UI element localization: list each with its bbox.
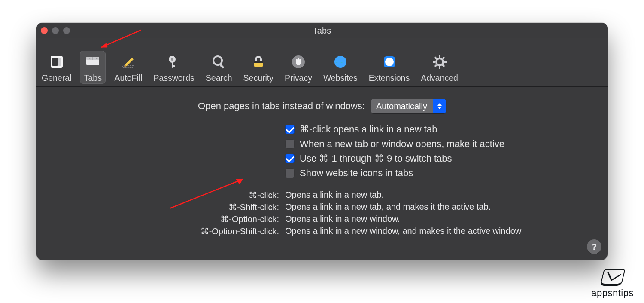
toolbar-label: Extensions (369, 73, 410, 83)
globe-icon (330, 52, 351, 71)
hint-value: Opens a link in a new tab. (285, 190, 384, 200)
hand-icon (288, 52, 309, 71)
toolbar-label: Passwords (153, 73, 194, 83)
checkbox-box[interactable] (285, 139, 295, 149)
svg-line-35 (170, 179, 243, 208)
close-button[interactable] (41, 27, 48, 34)
switch-icon (46, 52, 67, 71)
toolbar-label: Advanced (421, 73, 458, 83)
checkbox-label: Use ⌘-1 through ⌘-9 to switch tabs (300, 153, 452, 164)
annotation-arrow-top (94, 26, 145, 52)
toolbar-item-websites[interactable]: Websites (321, 51, 360, 84)
window-title: Tabs (313, 26, 331, 36)
svg-point-22 (385, 58, 394, 66)
toolbar-item-search[interactable]: Search (203, 51, 235, 84)
checkbox-cmd-click[interactable]: ⌘-click opens a link in a new tab (116, 124, 528, 135)
hint-value: Opens a link in a new window, and makes … (285, 226, 523, 236)
svg-rect-1 (52, 58, 58, 66)
svg-line-29 (435, 57, 437, 59)
toolbar-label: Security (243, 73, 273, 83)
checkbox-label: When a new tab or window opens, make it … (300, 138, 504, 150)
svg-line-31 (443, 57, 444, 59)
toolbar-item-autofill[interactable]: AutoFill (112, 51, 145, 84)
svg-rect-16 (219, 64, 224, 69)
toolbar-item-extensions[interactable]: Extensions (366, 51, 412, 84)
annotation-arrow-bottom (163, 174, 249, 213)
hints-table: ⌘-click: Opens a link in a new tab. ⌘-Sh… (82, 190, 562, 236)
svg-line-33 (101, 30, 141, 47)
tabs-icon: ×+ (82, 52, 103, 71)
toolbar-item-passwords[interactable]: Passwords (151, 51, 197, 84)
svg-point-12 (171, 58, 173, 61)
checkbox-make-active[interactable]: When a new tab or window opens, make it … (116, 138, 528, 150)
checkbox-label: Show website icons in tabs (300, 168, 413, 179)
open-pages-label: Open pages in tabs instead of windows: (198, 101, 365, 112)
svg-line-32 (435, 65, 437, 67)
minimize-button[interactable] (52, 27, 59, 34)
lock-icon (248, 52, 269, 71)
watermark-logo-icon (600, 269, 626, 286)
checkbox-box[interactable] (285, 125, 295, 134)
toolbar-label: Tabs (84, 73, 102, 83)
window-traffic-lights (41, 27, 70, 34)
toolbar-item-general[interactable]: General (39, 51, 74, 84)
svg-text:+: + (96, 57, 98, 61)
hint-key: ⌘-Option-click: (220, 214, 279, 224)
toolbar-item-security[interactable]: Security (241, 51, 276, 84)
svg-line-30 (443, 65, 444, 67)
maximize-button[interactable] (63, 27, 70, 34)
toolbar-label: General (42, 73, 71, 83)
checkbox-label: ⌘-click opens a link in a new tab (300, 124, 437, 135)
toolbar-label: Search (206, 73, 232, 83)
hint-key: ⌘-click: (249, 190, 279, 200)
svg-marker-34 (101, 43, 107, 47)
help-glyph: ? (592, 242, 597, 252)
toolbar-label: AutoFill (114, 73, 142, 83)
svg-point-20 (334, 56, 346, 68)
gear-icon (429, 52, 450, 71)
key-icon (164, 52, 184, 71)
hint-value: Opens a link in a new window. (285, 214, 400, 224)
hint-value: Opens a link in a new tab, and makes it … (285, 202, 491, 212)
open-pages-row: Open pages in tabs instead of windows: A… (52, 99, 592, 113)
toolbar-label: Websites (323, 73, 358, 83)
toolbar-label: Privacy (285, 73, 312, 83)
svg-point-15 (213, 56, 222, 65)
svg-rect-18 (254, 61, 263, 63)
checkbox-cmd-number-switch[interactable]: Use ⌘-1 through ⌘-9 to switch tabs (116, 153, 528, 164)
svg-text:×: × (89, 57, 91, 61)
chevron-updown-icon (433, 99, 446, 113)
open-pages-select[interactable]: Automatically (371, 99, 446, 113)
toolbar-item-privacy[interactable]: Privacy (282, 51, 315, 84)
hint-key: ⌘-Option-Shift-click: (200, 226, 279, 236)
help-button[interactable]: ? (587, 239, 601, 254)
toolbar-item-advanced[interactable]: Advanced (418, 51, 461, 84)
checkbox-box[interactable] (285, 154, 295, 163)
toolbar-item-tabs[interactable]: ×+ Tabs (80, 51, 106, 84)
svg-rect-14 (172, 65, 175, 67)
pencil-icon (118, 52, 139, 71)
preferences-window: Tabs General ×+ Tabs Au (36, 23, 608, 260)
svg-marker-9 (125, 58, 134, 66)
svg-rect-2 (58, 58, 61, 66)
content-area: Open pages in tabs instead of windows: A… (36, 87, 608, 247)
watermark-text: appsntips (591, 288, 634, 299)
open-pages-value: Automatically (371, 99, 433, 113)
compass-icon (379, 52, 400, 71)
watermark: appsntips (591, 269, 634, 299)
magnifier-icon (209, 52, 229, 71)
svg-point-24 (436, 58, 443, 65)
checkbox-group: ⌘-click opens a link in a new tab When a… (116, 124, 528, 179)
checkbox-box[interactable] (285, 168, 295, 178)
